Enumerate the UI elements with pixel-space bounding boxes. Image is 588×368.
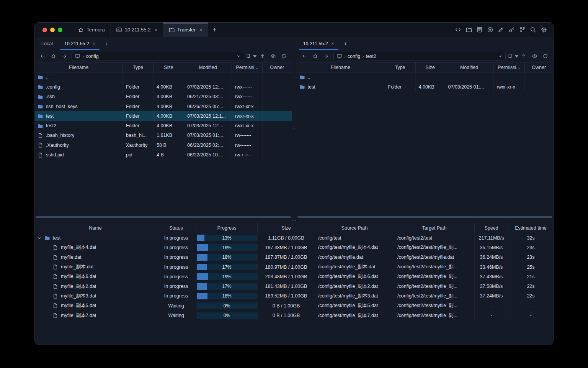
new-tab-button[interactable]: + bbox=[101, 37, 113, 50]
branch-icon[interactable] bbox=[519, 26, 526, 33]
column-header[interactable]: Size bbox=[154, 62, 184, 72]
file-row[interactable]: .. bbox=[35, 72, 292, 82]
chevron-down-icon[interactable] bbox=[498, 54, 503, 59]
panel-tab[interactable]: Local bbox=[36, 37, 59, 50]
status-cell: In progress bbox=[156, 253, 196, 262]
transfer-row[interactable]: myfile_副本6.datIn progress19%203.48MB / 1… bbox=[35, 272, 553, 281]
column-header[interactable]: Permissi... bbox=[232, 62, 263, 72]
column-header[interactable]: Speed bbox=[475, 223, 508, 233]
refresh-button[interactable] bbox=[279, 52, 289, 61]
transfer-row[interactable]: myfile.datIn progress18%187.87MB / 1.00G… bbox=[35, 253, 553, 262]
horizontal-scrollbar[interactable] bbox=[297, 215, 554, 219]
scrollbar-thumb[interactable] bbox=[297, 216, 553, 218]
breadcrumb-segment[interactable]: config bbox=[348, 54, 360, 59]
transfer-row[interactable]: testIn progress13%1.11GB / 8.00GB/config… bbox=[35, 233, 553, 243]
column-header[interactable]: Type bbox=[123, 62, 154, 72]
new-tab-button[interactable]: + bbox=[208, 23, 221, 37]
column-header[interactable]: Size bbox=[258, 223, 315, 233]
column-header[interactable]: Size bbox=[416, 62, 445, 72]
refresh-button[interactable] bbox=[541, 52, 550, 61]
modified-cell bbox=[445, 72, 494, 82]
titlebar-tab[interactable]: 10.211.55.2× bbox=[111, 23, 163, 37]
transfer-name-text: myfile_副本7.dat bbox=[61, 312, 96, 319]
close-window-button[interactable] bbox=[42, 28, 47, 32]
search-icon[interactable] bbox=[530, 26, 536, 33]
edit-icon[interactable] bbox=[498, 26, 504, 33]
tab-close-icon[interactable]: × bbox=[93, 41, 95, 46]
column-header[interactable]: Type bbox=[385, 62, 416, 72]
column-header[interactable]: Filename bbox=[35, 62, 123, 72]
parent-directory-button[interactable] bbox=[258, 52, 267, 61]
permissions-cell bbox=[232, 72, 263, 82]
show-hidden-button[interactable] bbox=[268, 52, 278, 61]
transfer-row[interactable]: myfile_副本2.datIn progress17%181.43MB / 1… bbox=[35, 281, 553, 291]
column-header[interactable]: Target Path bbox=[394, 223, 475, 233]
file-row[interactable]: .. bbox=[297, 72, 554, 82]
path-breadcrumb-field[interactable]: ›config›test2 bbox=[333, 52, 506, 61]
breadcrumb-segment[interactable]: test2 bbox=[366, 54, 376, 59]
settings-icon[interactable] bbox=[541, 26, 547, 33]
transfer-row[interactable]: myfile_副本7.datWaiting0%0 B / 1.00GB/conf… bbox=[35, 310, 553, 320]
back-button[interactable] bbox=[38, 52, 47, 61]
new-tab-button[interactable]: + bbox=[340, 37, 351, 50]
home-button[interactable] bbox=[49, 52, 58, 61]
chevron-down-icon[interactable] bbox=[37, 236, 42, 240]
file-row[interactable]: ssh_host_keysFolder4.00KB06/26/2025 05:.… bbox=[35, 102, 292, 111]
chevron-down-icon[interactable] bbox=[236, 54, 241, 59]
column-header[interactable]: Source Path bbox=[315, 223, 394, 233]
path-breadcrumb-field[interactable]: ›config bbox=[72, 52, 244, 61]
target-path-cell: /config/test2/test/myfile_副... bbox=[394, 291, 475, 301]
log-icon[interactable] bbox=[476, 26, 483, 33]
file-row[interactable]: sshd.pidpid4 B06/22/2025 10:...rw-r--r-- bbox=[35, 150, 292, 159]
zoom-window-button[interactable] bbox=[58, 28, 62, 32]
tab-close-icon[interactable]: × bbox=[199, 27, 203, 33]
forward-button[interactable] bbox=[321, 52, 331, 61]
key-icon[interactable] bbox=[508, 26, 515, 33]
file-row[interactable]: .XauthorityXauthority58 B06/22/2025 02:.… bbox=[35, 140, 292, 150]
tab-close-icon[interactable]: × bbox=[332, 41, 334, 46]
horizontal-scrollbar[interactable] bbox=[35, 215, 292, 219]
column-header[interactable]: Modified bbox=[445, 62, 494, 72]
show-hidden-button[interactable] bbox=[530, 52, 539, 61]
permissions-cell bbox=[494, 72, 525, 82]
bookmark-button[interactable] bbox=[508, 52, 518, 61]
transfer-row[interactable]: myfile_副本.datIn progress17%180.97MB / 1.… bbox=[35, 262, 553, 272]
titlebar-tab[interactable]: Transfer× bbox=[163, 23, 208, 37]
column-header[interactable]: Name bbox=[35, 223, 156, 233]
column-header[interactable]: Progress bbox=[196, 223, 258, 233]
folder-icon[interactable] bbox=[466, 26, 472, 33]
column-header[interactable]: Permissi... bbox=[494, 62, 525, 72]
code-icon[interactable] bbox=[455, 26, 461, 33]
column-header[interactable]: Status bbox=[156, 223, 196, 233]
column-header[interactable]: Owner bbox=[263, 62, 292, 72]
file-row[interactable]: .configFolder4.00KB07/02/2025 12:...rwx-… bbox=[35, 82, 292, 92]
column-header[interactable]: Estimated time bbox=[508, 223, 553, 233]
record-icon[interactable] bbox=[487, 26, 493, 33]
file-row[interactable]: test2Folder4.00KB07/03/2025 12:...rwxr-x… bbox=[35, 121, 292, 130]
titlebar-tab[interactable]: Termora bbox=[72, 23, 111, 37]
column-header[interactable]: Filename bbox=[297, 62, 385, 72]
back-button[interactable] bbox=[300, 52, 309, 61]
forward-button[interactable] bbox=[59, 52, 69, 61]
transfer-splitter[interactable]: ⋯ bbox=[35, 219, 553, 223]
transfer-row[interactable]: myfile_副本4.datIn progress19%197.48MB / 1… bbox=[35, 243, 553, 252]
file-row[interactable]: testFolder4.00KB07/03/2025 12:1...rwxr-x… bbox=[35, 111, 292, 121]
scrollbar-thumb[interactable] bbox=[36, 216, 291, 218]
column-header[interactable]: Modified bbox=[184, 62, 232, 72]
transfer-row[interactable]: myfile_副本5.datWaiting0%0 B / 1.00GB/conf… bbox=[35, 301, 553, 310]
target-path-cell: /config/test2/test/myfile_副... bbox=[394, 301, 475, 310]
panel-tab[interactable]: 10.211.55.2× bbox=[59, 37, 101, 50]
file-row[interactable]: .bash_historybash_hi...1.61KB07/03/2025 … bbox=[35, 131, 292, 140]
tab-close-icon[interactable]: × bbox=[154, 27, 157, 33]
breadcrumb-segment[interactable]: config bbox=[86, 54, 98, 59]
bookmark-button[interactable] bbox=[247, 52, 256, 61]
panel-splitter[interactable]: ⋮ bbox=[292, 37, 297, 219]
transfer-row[interactable]: myfile_副本3.datIn progress18%189.52MB / 1… bbox=[35, 291, 553, 301]
parent-directory-button[interactable] bbox=[519, 52, 529, 61]
home-button[interactable] bbox=[310, 52, 320, 61]
column-header[interactable]: Owner bbox=[525, 62, 554, 72]
minimize-window-button[interactable] bbox=[50, 28, 55, 32]
panel-tab[interactable]: 10.211.55.2× bbox=[297, 37, 340, 50]
file-row[interactable]: .sshFolder4.00KB06/21/2025 03:...rwx----… bbox=[35, 92, 292, 102]
file-row[interactable]: testFolder4.00KB07/03/2025 01:...rwxr-xr… bbox=[297, 82, 554, 92]
